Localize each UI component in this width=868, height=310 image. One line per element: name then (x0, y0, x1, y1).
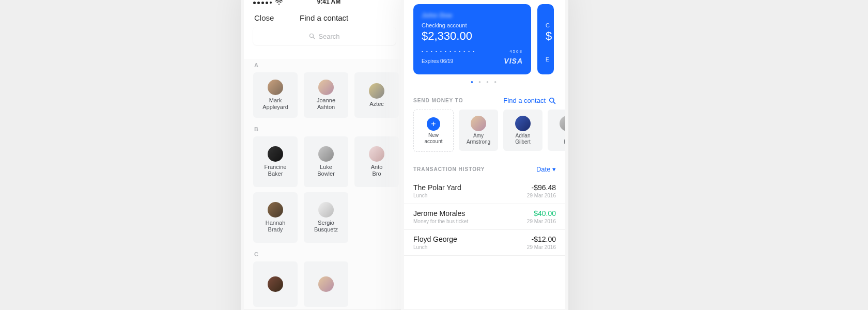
tx-amount: -$12.00 (532, 235, 556, 243)
phone-dashboard: John Doe Checking account $2,330.00 • • … (401, 0, 568, 310)
tx-date: 29 Mar 2016 (527, 219, 556, 224)
avatar (515, 116, 531, 131)
send-line2: Ho (564, 139, 568, 145)
send-money-title: SEND MONEY TO (413, 98, 463, 103)
contact-last: Busquetz (314, 226, 338, 233)
tx-note: Lunch (413, 244, 457, 250)
send-contact-card[interactable]: AmyArmstrong (459, 110, 498, 151)
status-time: 9:41 AM (317, 0, 341, 5)
avatar (318, 80, 334, 95)
send-line1: Adrian (516, 133, 531, 138)
tx-name: Floyd George (413, 235, 457, 243)
search-placeholder: Search (318, 33, 339, 40)
send-line1: New (428, 132, 439, 138)
tx-date: 29 Mar 2016 (527, 193, 556, 198)
avatar (268, 80, 283, 95)
avatar (318, 146, 334, 162)
send-line2: Gilbert (515, 139, 530, 145)
card-mask: • • • • • • • • • • • • (422, 49, 475, 54)
account-card[interactable]: John Doe Checking account $2,330.00 • • … (413, 4, 531, 74)
section-letter-a: A (244, 59, 405, 72)
contact-last: Appleyard (262, 104, 288, 110)
send-line2: account (424, 138, 442, 144)
sort-label: Date (536, 165, 550, 173)
cards-carousel[interactable]: John Doe Checking account $2,330.00 • • … (404, 0, 565, 74)
contact-card[interactable]: Aztec (354, 72, 399, 118)
contact-card[interactable]: AntoBro (354, 136, 399, 187)
avatar (318, 276, 334, 292)
tx-amount: -$96.48 (532, 183, 556, 192)
contact-first: Joanne (317, 97, 335, 103)
transaction-row[interactable]: Jerome Morales Money for the bus ticket … (404, 204, 565, 230)
contact-card[interactable] (253, 261, 298, 307)
page-title: Find a contact (274, 13, 374, 22)
avatar (268, 202, 283, 218)
avatar (471, 116, 486, 131)
contact-card[interactable]: FrancineBaker (253, 136, 298, 187)
contact-first: Sergio (318, 220, 334, 226)
contact-card[interactable]: JoanneAshton (304, 72, 348, 118)
avatar (369, 83, 384, 99)
avatar (268, 276, 283, 292)
svg-line-1 (313, 37, 315, 39)
avatar (318, 202, 334, 218)
wifi-icon (275, 0, 283, 5)
contact-last: Brady (268, 226, 283, 233)
new-account-card[interactable]: + Newaccount (413, 110, 454, 152)
section-letter-b: B (244, 123, 405, 136)
search-icon (549, 97, 556, 104)
phone-contacts: 9:41 AM Close Find a contact Search A (241, 0, 408, 310)
section-letter-c: C (244, 248, 405, 261)
tx-note: Lunch (413, 193, 461, 198)
send-line1: Amy (473, 133, 484, 138)
card-account-label: Checking account (422, 22, 523, 28)
avatar (560, 116, 568, 131)
send-line1: C (565, 133, 568, 138)
send-contact-card[interactable]: AdrianGilbert (503, 110, 542, 151)
transaction-row[interactable]: Floyd George Lunch -$12.00 29 Mar 2016 (404, 230, 565, 256)
contact-card[interactable]: SergioBusquetz (304, 192, 348, 243)
svg-point-8 (550, 98, 554, 102)
transaction-history-title: TRANSACTION HISTORY (413, 166, 485, 172)
contact-first: Anto (371, 164, 383, 170)
find-contact-label: Find a contact (503, 97, 546, 104)
card-balance: $2,330.00 (422, 29, 523, 43)
signal-indicator (253, 0, 283, 5)
page-indicator: ● ● ● ● (404, 74, 565, 87)
svg-point-0 (310, 34, 314, 38)
contact-first: Francine (265, 164, 287, 170)
sort-button[interactable]: Date ▾ (536, 165, 556, 173)
find-contact-link[interactable]: Find a contact (503, 97, 556, 104)
chevron-down-icon: ▾ (552, 165, 556, 173)
contact-card[interactable]: LukeBowler (304, 136, 348, 187)
avatar (268, 146, 283, 162)
tx-date: 29 Mar 2016 (527, 244, 556, 250)
card-expires: Expires 06/19 (422, 58, 453, 64)
search-input[interactable]: Search (253, 27, 396, 45)
contact-first: Aztec (369, 101, 384, 107)
send-money-row[interactable]: + Newaccount AmyArmstrong AdrianGilbert … (404, 110, 565, 156)
close-button[interactable]: Close (254, 13, 274, 22)
contact-card[interactable]: MarkAppleyard (253, 72, 298, 118)
contact-last: Baker (268, 171, 283, 177)
transaction-row[interactable]: The Polar Yard Lunch -$96.48 29 Mar 2016 (404, 178, 565, 204)
contact-last: Bowler (317, 171, 335, 177)
account-card-peek[interactable]: C $ E (537, 4, 554, 74)
contact-first: Luke (320, 164, 332, 170)
tx-note: Money for the bus ticket (413, 219, 468, 224)
contact-last: Bro (372, 171, 381, 177)
nav-bar: Close Find a contact (244, 5, 405, 27)
contacts-list[interactable]: A MarkAppleyard JoanneAshton Aztec (244, 59, 405, 310)
send-contact-card[interactable]: CHo (548, 110, 568, 151)
contact-first: Mark (269, 97, 282, 103)
card-owner: John Doe (422, 11, 523, 19)
plus-icon: + (427, 117, 440, 131)
contact-card[interactable] (304, 261, 348, 307)
search-icon (309, 33, 315, 39)
tx-name: Jerome Morales (413, 209, 468, 218)
card-last4: 4568 (509, 49, 523, 54)
contact-last: Ashton (317, 104, 335, 110)
status-bar: 9:41 AM (244, 0, 405, 5)
send-line2: Armstrong (467, 139, 490, 145)
contact-card[interactable]: HannahBrady (253, 192, 298, 243)
